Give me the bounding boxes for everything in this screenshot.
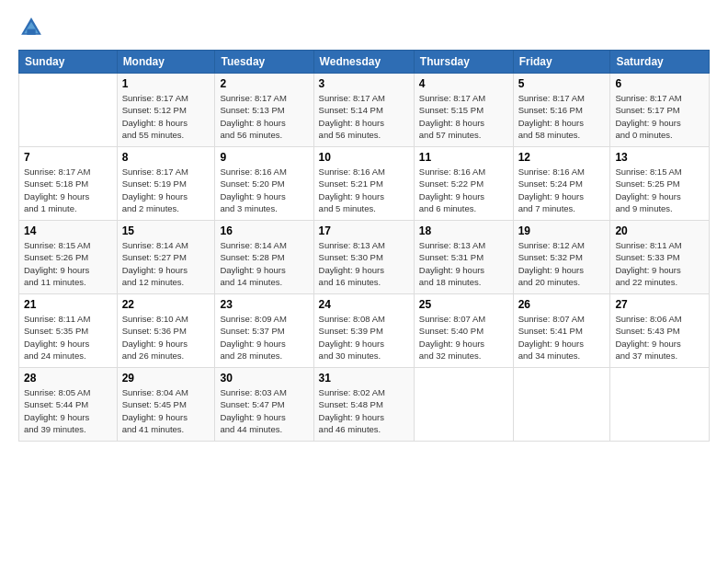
day-detail: Sunrise: 8:05 AMSunset: 5:44 PMDaylight:… [24,386,112,435]
daylight-text: Daylight: 9 hoursand 46 minutes. [319,411,409,436]
calendar-cell: 23Sunrise: 8:09 AMSunset: 5:37 PMDayligh… [215,294,313,368]
day-number: 26 [518,298,606,311]
sunrise-text: Sunrise: 8:16 AM [220,166,308,178]
calendar-cell: 11Sunrise: 8:16 AMSunset: 5:22 PMDayligh… [414,147,513,221]
day-number: 31 [319,372,409,385]
calendar-cell: 8Sunrise: 8:17 AMSunset: 5:19 PMDaylight… [117,147,215,221]
sunrise-text: Sunrise: 8:15 AM [24,239,112,251]
daylight-text: Daylight: 8 hoursand 56 minutes. [220,117,308,142]
daylight-text: Daylight: 9 hoursand 39 minutes. [24,411,112,436]
day-detail: Sunrise: 8:17 AMSunset: 5:15 PMDaylight:… [419,92,508,141]
calendar-cell: 31Sunrise: 8:02 AMSunset: 5:48 PMDayligh… [313,368,414,442]
day-detail: Sunrise: 8:04 AMSunset: 5:45 PMDaylight:… [122,386,210,435]
weekday-header-sunday: Sunday [19,51,118,74]
day-number: 6 [615,77,704,90]
sunrise-text: Sunrise: 8:14 AM [122,239,210,251]
logo-icon [18,15,44,40]
logo [18,15,48,40]
daylight-text: Daylight: 9 hoursand 32 minutes. [419,338,508,362]
day-number: 25 [419,298,508,311]
day-number: 8 [122,151,210,164]
day-number: 20 [615,224,704,237]
day-detail: Sunrise: 8:15 AMSunset: 5:25 PMDaylight:… [615,166,704,214]
sunrise-text: Sunrise: 8:17 AM [615,92,704,104]
calendar-cell: 27Sunrise: 8:06 AMSunset: 5:43 PMDayligh… [610,294,710,368]
daylight-text: Daylight: 9 hoursand 5 minutes. [319,190,409,215]
daylight-text: Daylight: 8 hoursand 56 minutes. [319,117,409,142]
daylight-text: Daylight: 9 hoursand 11 minutes. [24,264,112,289]
day-detail: Sunrise: 8:17 AMSunset: 5:13 PMDaylight:… [220,92,308,141]
day-number: 30 [220,372,308,385]
sunset-text: Sunset: 5:30 PM [319,251,409,263]
day-number: 4 [419,77,508,90]
calendar-cell [19,74,118,147]
sunset-text: Sunset: 5:44 PM [24,398,112,410]
day-detail: Sunrise: 8:02 AMSunset: 5:48 PMDaylight:… [319,386,409,435]
daylight-text: Daylight: 9 hoursand 12 minutes. [122,264,210,289]
daylight-text: Daylight: 9 hoursand 22 minutes. [615,264,704,289]
daylight-text: Daylight: 9 hoursand 14 minutes. [220,264,308,289]
sunset-text: Sunset: 5:21 PM [319,178,409,190]
day-number: 22 [122,298,210,311]
day-detail: Sunrise: 8:17 AMSunset: 5:14 PMDaylight:… [319,92,409,141]
calendar-cell: 22Sunrise: 8:10 AMSunset: 5:36 PMDayligh… [117,294,215,368]
calendar-cell: 18Sunrise: 8:13 AMSunset: 5:31 PMDayligh… [414,221,513,294]
day-detail: Sunrise: 8:03 AMSunset: 5:47 PMDaylight:… [220,386,308,435]
day-detail: Sunrise: 8:15 AMSunset: 5:26 PMDaylight:… [24,239,112,288]
sunrise-text: Sunrise: 8:17 AM [122,92,210,104]
calendar-cell: 1Sunrise: 8:17 AMSunset: 5:12 PMDaylight… [117,74,215,147]
daylight-text: Daylight: 9 hoursand 6 minutes. [419,190,508,215]
day-number: 14 [24,224,112,237]
sunrise-text: Sunrise: 8:06 AM [615,313,704,325]
daylight-text: Daylight: 9 hoursand 3 minutes. [220,190,308,215]
sunset-text: Sunset: 5:31 PM [419,251,508,263]
sunrise-text: Sunrise: 8:12 AM [518,239,606,251]
svg-rect-2 [27,29,35,35]
daylight-text: Daylight: 9 hoursand 7 minutes. [518,190,606,215]
sunset-text: Sunset: 5:47 PM [220,398,308,410]
daylight-text: Daylight: 9 hoursand 1 minute. [24,190,112,215]
day-number: 27 [615,298,704,311]
week-row-4: 21Sunrise: 8:11 AMSunset: 5:35 PMDayligh… [19,294,710,368]
daylight-text: Daylight: 9 hoursand 34 minutes. [518,338,606,362]
sunrise-text: Sunrise: 8:07 AM [518,313,606,325]
calendar-cell [414,368,513,442]
sunset-text: Sunset: 5:18 PM [24,178,112,190]
daylight-text: Daylight: 8 hoursand 58 minutes. [518,117,606,142]
sunrise-text: Sunrise: 8:04 AM [122,386,210,398]
sunrise-text: Sunrise: 8:16 AM [518,166,606,178]
week-row-2: 7Sunrise: 8:17 AMSunset: 5:18 PMDaylight… [19,147,710,221]
daylight-text: Daylight: 9 hoursand 20 minutes. [518,264,606,289]
daylight-text: Daylight: 9 hoursand 9 minutes. [615,190,704,215]
sunrise-text: Sunrise: 8:08 AM [319,313,409,325]
calendar-header: SundayMondayTuesdayWednesdayThursdayFrid… [19,51,710,74]
sunset-text: Sunset: 5:41 PM [518,325,606,337]
day-number: 10 [319,151,409,164]
daylight-text: Daylight: 9 hoursand 30 minutes. [319,338,409,362]
sunset-text: Sunset: 5:36 PM [122,325,210,337]
weekday-header-tuesday: Tuesday [215,51,313,74]
day-number: 7 [24,151,112,164]
sunrise-text: Sunrise: 8:02 AM [319,386,409,398]
sunrise-text: Sunrise: 8:14 AM [220,239,308,251]
sunset-text: Sunset: 5:14 PM [319,104,409,116]
daylight-text: Daylight: 9 hoursand 26 minutes. [122,338,210,362]
sunset-text: Sunset: 5:13 PM [220,104,308,116]
sunset-text: Sunset: 5:28 PM [220,251,308,263]
calendar-cell: 25Sunrise: 8:07 AMSunset: 5:40 PMDayligh… [414,294,513,368]
sunrise-text: Sunrise: 8:11 AM [24,313,112,325]
sunrise-text: Sunrise: 8:13 AM [319,239,409,251]
calendar-cell [610,368,710,442]
week-row-5: 28Sunrise: 8:05 AMSunset: 5:44 PMDayligh… [19,368,710,442]
sunset-text: Sunset: 5:33 PM [615,251,704,263]
sunset-text: Sunset: 5:35 PM [24,325,112,337]
daylight-text: Daylight: 8 hoursand 57 minutes. [419,117,508,142]
sunset-text: Sunset: 5:39 PM [319,325,409,337]
page: SundayMondayTuesdayWednesdayThursdayFrid… [0,0,728,563]
daylight-text: Daylight: 9 hoursand 0 minutes. [615,117,704,142]
day-number: 11 [419,151,508,164]
sunrise-text: Sunrise: 8:17 AM [122,166,210,178]
calendar-cell: 30Sunrise: 8:03 AMSunset: 5:47 PMDayligh… [215,368,313,442]
daylight-text: Daylight: 9 hoursand 37 minutes. [615,338,704,362]
day-detail: Sunrise: 8:11 AMSunset: 5:33 PMDaylight:… [615,239,704,288]
